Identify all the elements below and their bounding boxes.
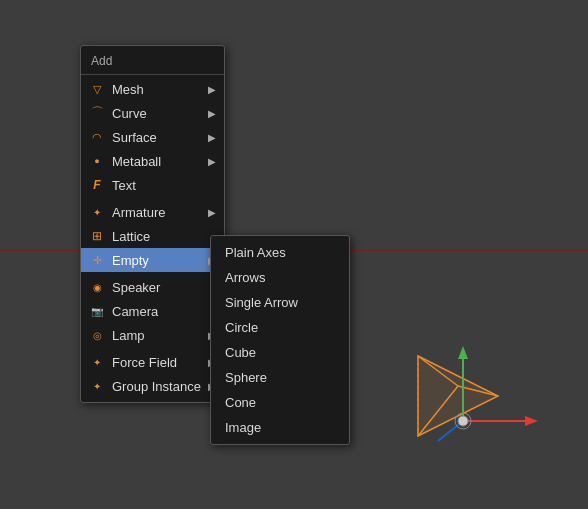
submenu-item-single-arrow[interactable]: Single Arrow — [211, 290, 349, 315]
text-label: Text — [112, 178, 216, 193]
metaball-label: Metaball — [112, 154, 201, 169]
cone-label: Cone — [225, 395, 256, 410]
mesh-arrow: ▶ — [208, 84, 216, 95]
viewport-object — [388, 326, 538, 469]
menu-item-surface[interactable]: Surface ▶ — [81, 125, 224, 149]
curve-icon — [89, 105, 105, 121]
lamp-icon — [89, 327, 105, 343]
menu-item-curve[interactable]: Curve ▶ — [81, 101, 224, 125]
viewport: Add Mesh ▶ Curve ▶ Surface ▶ — [0, 0, 588, 509]
menu-item-mesh[interactable]: Mesh ▶ — [81, 77, 224, 101]
y-axis-arrow — [458, 346, 468, 359]
armature-icon — [89, 204, 105, 220]
sphere-label: Sphere — [225, 370, 267, 385]
force-label: Force Field — [112, 355, 201, 370]
empty-label: Empty — [112, 253, 201, 268]
menu-item-camera[interactable]: Camera — [81, 299, 224, 323]
cube-label: Cube — [225, 345, 256, 360]
curve-label: Curve — [112, 106, 201, 121]
curve-arrow: ▶ — [208, 108, 216, 119]
speaker-label: Speaker — [112, 280, 216, 295]
surface-icon — [89, 129, 105, 145]
arrows-label: Arrows — [225, 270, 265, 285]
meta-icon — [89, 153, 105, 169]
mesh-icon — [89, 81, 105, 97]
circle-label: Circle — [225, 320, 258, 335]
single-arrow-label: Single Arrow — [225, 295, 298, 310]
text-icon — [89, 177, 105, 193]
submenu-item-arrows[interactable]: Arrows — [211, 265, 349, 290]
submenu-item-cone[interactable]: Cone — [211, 390, 349, 415]
menu-item-lamp[interactable]: Lamp ▶ — [81, 323, 224, 347]
menu-item-force-field[interactable]: Force Field ▶ — [81, 350, 224, 374]
speaker-icon — [89, 279, 105, 295]
lattice-icon — [89, 228, 105, 244]
armature-arrow: ▶ — [208, 207, 216, 218]
submenu-item-cube[interactable]: Cube — [211, 340, 349, 365]
submenu-item-sphere[interactable]: Sphere — [211, 365, 349, 390]
menu-item-group-instance[interactable]: Group Instance ▶ — [81, 374, 224, 398]
menu-container: Add Mesh ▶ Curve ▶ Surface ▶ — [80, 45, 225, 403]
x-axis-arrow — [525, 416, 538, 426]
origin-dot — [458, 416, 468, 426]
surface-arrow: ▶ — [208, 132, 216, 143]
menu-item-text[interactable]: Text — [81, 173, 224, 197]
menu-item-speaker[interactable]: Speaker — [81, 275, 224, 299]
viewport-svg — [388, 326, 538, 466]
group-label: Group Instance — [112, 379, 201, 394]
empty-submenu: Plain Axes Arrows Single Arrow Circle Cu… — [210, 235, 350, 445]
submenu-item-image[interactable]: Image — [211, 415, 349, 440]
add-menu: Add Mesh ▶ Curve ▶ Surface ▶ — [80, 45, 225, 403]
submenu-item-plain-axes[interactable]: Plain Axes — [211, 240, 349, 265]
image-label: Image — [225, 420, 261, 435]
armature-label: Armature — [112, 205, 201, 220]
menu-item-empty[interactable]: Empty ▶ — [81, 248, 224, 272]
menu-item-lattice[interactable]: Lattice — [81, 224, 224, 248]
submenu-item-circle[interactable]: Circle — [211, 315, 349, 340]
mesh-label: Mesh — [112, 82, 201, 97]
menu-item-metaball[interactable]: Metaball ▶ — [81, 149, 224, 173]
plain-axes-label: Plain Axes — [225, 245, 286, 260]
menu-title: Add — [81, 50, 224, 75]
lamp-label: Lamp — [112, 328, 201, 343]
lattice-label: Lattice — [112, 229, 216, 244]
camera-icon — [89, 303, 105, 319]
empty-icon — [89, 252, 105, 268]
menu-item-armature[interactable]: Armature ▶ — [81, 200, 224, 224]
force-icon — [89, 354, 105, 370]
camera-label: Camera — [112, 304, 216, 319]
surface-label: Surface — [112, 130, 201, 145]
metaball-arrow: ▶ — [208, 156, 216, 167]
group-icon — [89, 378, 105, 394]
